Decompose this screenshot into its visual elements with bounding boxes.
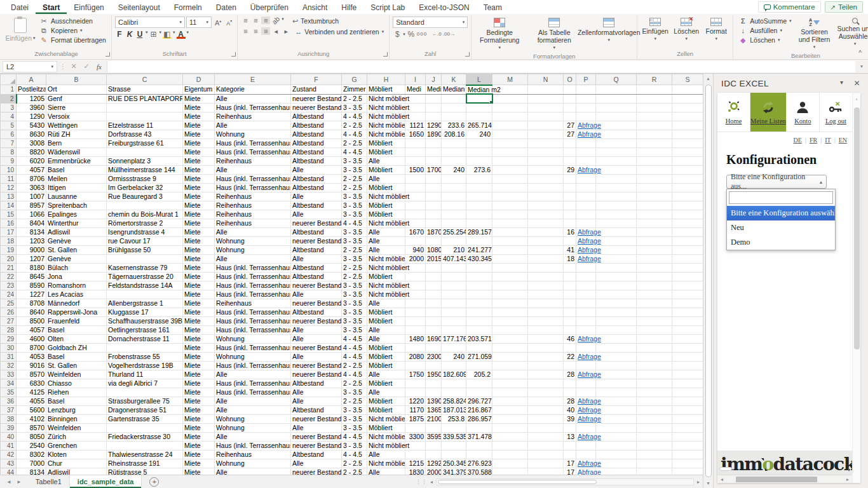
cell[interactable]: 339.535 [442,432,466,441]
cell[interactable]: Haus (inkl. Terrassenhaus) [215,281,291,290]
scroll-left-icon[interactable]: ◂ [428,479,435,485]
cell[interactable]: Miete [183,112,215,121]
cell[interactable] [442,290,466,299]
cell[interactable] [576,316,596,325]
cell[interactable] [637,210,672,219]
cell[interactable] [426,236,442,245]
row-header-4[interactable]: 4 [1,112,17,121]
cell[interactable]: Möbliert [367,308,405,316]
cell[interactable]: Alle [291,192,342,201]
cell[interactable]: Alle [291,290,342,299]
cell[interactable]: Haus (inkl. Terrassenhaus) [215,441,291,450]
row-header-25[interactable]: 25 [1,299,17,308]
cell[interactable]: Altbestand [291,174,342,183]
cell[interactable]: Bülach [46,263,107,272]
thousands-button[interactable]: 000 [417,30,427,38]
row-header-19[interactable]: 19 [1,245,17,254]
abfrage-link[interactable]: Abfrage [576,396,596,405]
cell[interactable]: Miete [183,459,215,468]
cell[interactable]: Altbestand [291,450,342,459]
cell[interactable]: Spreitenbach [46,201,107,210]
cell[interactable]: 2 - 2.5 [342,361,367,370]
cell[interactable]: St. Gallen [46,361,107,370]
cell[interactable]: 273.6 [466,165,492,174]
cell[interactable]: 1480 [405,334,426,343]
cell[interactable] [528,405,564,414]
cell[interactable] [528,85,564,95]
cell[interactable]: 2540 [17,441,46,450]
cell[interactable]: Alle [367,299,405,308]
cell[interactable]: 3 - 3.5 [342,201,367,210]
cell[interactable] [564,139,576,147]
dropdown-option[interactable]: Demo [727,235,835,250]
cell[interactable]: 258.824 [442,396,466,405]
italic-button[interactable]: K [125,30,134,39]
cell[interactable] [637,281,672,290]
abfrage-link[interactable]: Abfrage [576,236,596,245]
horizontal-scroll-thumb[interactable] [438,480,597,484]
cell[interactable]: Haus (inkl. Terrassenhaus) [215,343,291,352]
ribbon-tab-einf-gen[interactable]: Einfügen [67,0,111,14]
cell[interactable]: 1500 [405,165,426,174]
row-header-30[interactable]: 30 [1,343,17,352]
cell[interactable]: Eigentum [183,85,215,95]
cell[interactable]: Miete [183,130,215,139]
cell[interactable] [672,405,703,414]
cell[interactable] [596,245,637,254]
pane-scroll-thumb[interactable] [736,477,818,482]
cell[interactable] [466,272,492,281]
cell[interactable]: Oetlingerstrasse 161 [107,325,183,334]
cell[interactable]: 3300 [405,432,426,441]
cell[interactable]: Wohnung [215,334,291,343]
cell[interactable] [426,423,442,432]
cell[interactable] [528,139,564,147]
cell[interactable]: Altbestand [291,156,342,165]
cell[interactable] [596,165,637,174]
cell[interactable] [405,379,426,388]
pane-vertical-scrollbar[interactable]: ‹ [852,93,860,483]
cell[interactable]: 286.957 [466,414,492,423]
cell[interactable]: Reihenhaus [215,299,291,308]
cell[interactable] [672,281,703,290]
cell[interactable]: Miete [183,156,215,165]
cell[interactable]: 18 [564,254,576,263]
cell[interactable] [637,316,672,325]
cell[interactable]: Kloten [46,450,107,459]
cell[interactable] [576,174,596,183]
cell[interactable]: 370.588 [466,468,492,475]
dropdown-search-input[interactable] [729,191,833,204]
cell[interactable]: Haus (inkl. Terrassenhaus) [215,174,291,183]
cell[interactable]: Miete [183,183,215,192]
vertical-scrollbar[interactable]: ▴ ▾ [703,74,713,488]
row-header-15[interactable]: 15 [1,210,17,219]
cell[interactable]: 6020 [17,156,46,165]
cell[interactable]: Nicht möbliert [367,192,405,201]
cell[interactable]: 28 [564,370,576,379]
cell[interactable] [442,316,466,325]
row-header-12[interactable]: 12 [1,183,17,192]
cell[interactable] [492,130,528,139]
cell[interactable]: Miete [183,165,215,174]
cell[interactable] [466,325,492,334]
cell[interactable]: 28 [564,396,576,405]
cell[interactable] [637,139,672,147]
cell[interactable]: Dornacherstrasse 11 [107,334,183,343]
cell[interactable]: 1066 [17,210,46,219]
cell[interactable] [637,263,672,272]
cell[interactable] [405,316,426,325]
cell[interactable] [405,236,426,245]
dropdown-option[interactable]: Bitte eine Konfiguration auswählen. [727,206,835,220]
cell[interactable]: Nicht möbliert [367,219,405,227]
cell[interactable]: Alle [291,459,342,468]
cell[interactable] [442,112,466,121]
orientation-button[interactable]: ab [270,15,281,26]
abfrage-link[interactable]: Abfrage [576,405,596,414]
cell[interactable]: 2000 [405,254,426,263]
cell[interactable] [492,361,528,370]
cell[interactable] [637,94,672,103]
conditional-formatting-button[interactable]: Bedingte Formatierung▾ [475,17,524,51]
row-header-17[interactable]: 17 [1,227,17,236]
cell[interactable] [426,210,442,219]
cell[interactable]: Median m2 [466,85,492,95]
cell[interactable] [492,441,528,450]
